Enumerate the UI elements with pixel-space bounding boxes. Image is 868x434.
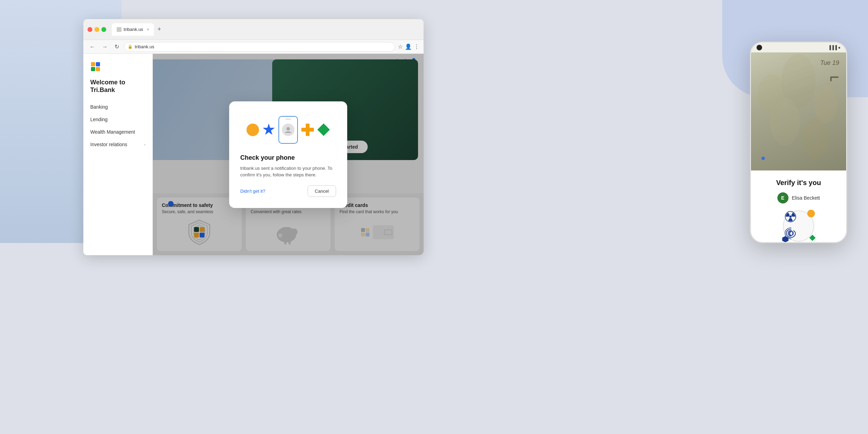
back-button[interactable]: ← <box>87 42 97 51</box>
svg-rect-3 <box>96 67 100 71</box>
tab-area: tribank.us × + <box>112 23 419 36</box>
svg-point-22 <box>814 86 838 124</box>
phone-status-bar: ▐▐▐ ● <box>751 43 846 52</box>
browser-toolbar: ← → ↻ 🔒 tribank.us ☆ 👤 ⋮ <box>83 40 424 54</box>
phone-bottom-card: Verify it's you E Elisa Beckett ☢ <box>751 170 846 243</box>
svg-rect-1 <box>96 62 100 66</box>
didnt-get-it-link[interactable]: Didn't get it? <box>240 189 265 194</box>
sidebar: Welcome to Tri.Bank Banking Lending Weal… <box>83 54 153 255</box>
chevron-right-icon: › <box>144 142 145 147</box>
site-logo-icon <box>90 61 101 72</box>
sidebar-item-lending[interactable]: Lending <box>83 113 152 126</box>
browser-tab-active[interactable]: tribank.us × <box>112 23 154 36</box>
verify-user-row: E Elisa Beckett <box>777 192 820 203</box>
site-logo <box>83 61 152 79</box>
shape-blue-star <box>262 124 275 136</box>
menu-button[interactable]: ⋮ <box>414 43 419 50</box>
svg-point-19 <box>286 127 290 131</box>
verify-title: Verify it's you <box>776 179 821 187</box>
modal-phone <box>278 116 298 144</box>
main-area: Login 👤 Get started <box>153 54 424 255</box>
lock-icon: 🔒 <box>128 44 133 49</box>
phone-avatar <box>282 124 294 136</box>
modal-illustration <box>240 112 336 147</box>
modal-actions: Didn't get it? Cancel <box>240 185 336 197</box>
shape-orange-plus <box>301 124 314 136</box>
profile-button[interactable]: 👤 <box>405 43 412 50</box>
url-text: tribank.us <box>135 44 154 49</box>
traffic-lights <box>87 27 106 32</box>
refresh-button[interactable]: ↻ <box>112 42 121 51</box>
sidebar-item-wealth[interactable]: Wealth Management <box>83 126 152 138</box>
sidebar-item-banking[interactable]: Banking <box>83 101 152 113</box>
traffic-light-red[interactable] <box>87 27 92 32</box>
tab-close-button[interactable]: × <box>147 27 149 32</box>
scene: tribank.us × + ← → ↻ 🔒 tribank.us ☆ 👤 ⋮ <box>0 0 868 434</box>
traffic-light-yellow[interactable] <box>94 27 99 32</box>
modal-dialog: Check your phone tribank.us sent a notif… <box>229 101 347 208</box>
modal-body: tribank.us sent a notification to your p… <box>240 165 336 178</box>
sidebar-item-wealth-label: Wealth Management <box>90 129 135 135</box>
sidebar-item-investor[interactable]: Investor relations › <box>83 138 152 151</box>
new-tab-button[interactable]: + <box>155 26 163 33</box>
sidebar-item-lending-label: Lending <box>90 117 108 122</box>
sidebar-item-banking-label: Banking <box>90 104 108 110</box>
verify-avatar: E <box>777 192 788 203</box>
shape-orange-circle <box>247 124 259 136</box>
tab-label: tribank.us <box>124 27 143 32</box>
cancel-button[interactable]: Cancel <box>308 185 336 197</box>
phone-wallpaper: Tue 19 ⌐ <box>751 52 846 170</box>
site-title: Welcome to Tri.Bank <box>83 79 152 101</box>
verify-username: Elisa Beckett <box>792 195 820 201</box>
phone-camera <box>757 45 762 50</box>
toolbar-actions: ☆ 👤 ⋮ <box>398 43 419 50</box>
tab-favicon <box>117 27 122 32</box>
website-content: Welcome to Tri.Bank Banking Lending Weal… <box>83 54 424 255</box>
phone-mockup: ▐▐▐ ● Tue 19 ⌐ Verify it's you E Elisa B… <box>750 42 847 243</box>
address-bar[interactable]: 🔒 tribank.us <box>124 42 395 52</box>
forward-button[interactable]: → <box>100 42 110 51</box>
fp-badge-yellow <box>807 210 815 217</box>
browser-chrome: tribank.us × + <box>83 19 424 40</box>
svg-point-23 <box>770 98 800 145</box>
modal-overlay: Check your phone tribank.us sent a notif… <box>153 54 424 255</box>
browser-window: tribank.us × + ← → ↻ 🔒 tribank.us ☆ 👤 ⋮ <box>83 19 424 255</box>
fingerprint-container: ☢ <box>783 210 814 242</box>
phone-signal-icons: ▐▐▐ ● <box>828 45 841 50</box>
svg-rect-2 <box>91 67 95 71</box>
bookmark-button[interactable]: ☆ <box>398 43 403 50</box>
shape-green-diamond <box>317 124 330 136</box>
modal-title: Check your phone <box>240 154 336 161</box>
sidebar-item-investor-label: Investor relations <box>90 142 127 147</box>
svg-rect-0 <box>91 62 95 66</box>
traffic-light-green[interactable] <box>101 27 106 32</box>
svg-point-24 <box>802 118 829 159</box>
